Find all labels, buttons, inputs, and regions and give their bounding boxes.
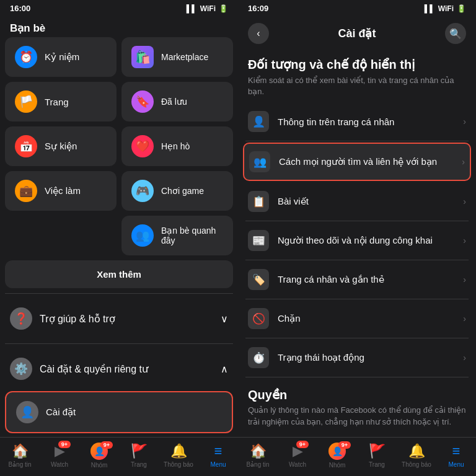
left-scroll: Bạn bè ⏰ Kỷ niệm 🏳️ Trang 📅 Sự kiện 💼 <box>0 17 238 437</box>
cach-moi-icon: 👥 <box>249 151 270 172</box>
menu-item-marketplace[interactable]: 🛍️ Marketplace <box>121 37 233 77</box>
settings-item-thong-tin[interactable]: 👤 Thông tin trên trang cá nhân › <box>245 102 469 141</box>
tab-trang-left[interactable]: 🚩 Trang <box>119 443 159 468</box>
trang-ca-nhan-icon: 🏷️ <box>248 269 269 290</box>
section-label: Bạn bè <box>5 17 233 37</box>
su-kien-label: Sự kiện <box>45 141 77 152</box>
cai-dat-item[interactable]: 👤 Cài đặt <box>5 391 233 433</box>
watch-badge: 9+ <box>58 441 71 448</box>
trang-thai-chevron: › <box>463 353 466 363</box>
section1-header: Đối tượng và chế độ hiển thị Kiểm soát a… <box>245 49 469 100</box>
tab-menu-left[interactable]: ≡ Menu <box>198 443 238 468</box>
hen-ho-icon: ❤️ <box>131 135 154 157</box>
menu-item-ban-be-quanh[interactable]: 👥 Bạn bè quanh đây <box>121 216 233 255</box>
cai-dat-quyen-label: Cài đặt & quyền riêng tư <box>40 363 148 375</box>
tab-menu-right[interactable]: ≡ Menu <box>436 443 476 468</box>
back-button[interactable]: ‹ <box>248 23 269 44</box>
menu-item-su-kien[interactable]: 📅 Sự kiện <box>5 126 117 166</box>
trang-tab-label: Trang <box>131 461 147 468</box>
tro-giup-label: Trợ giúp & hỗ trợ <box>40 313 115 325</box>
header-title: Cài đặt <box>269 27 445 40</box>
time-right: 16:09 <box>248 4 268 13</box>
tro-giup-chevron: ∨ <box>221 313 228 325</box>
nhom-label: Nhóm <box>91 462 108 469</box>
section1-subtitle: Kiểm soát ai có thể xem bài viết, tin và… <box>248 75 466 97</box>
bai-viet-chevron: › <box>463 196 466 206</box>
signal-right-icon: ▌▌ <box>425 4 435 13</box>
section1-title: Đối tượng và chế độ hiển thị <box>248 56 466 73</box>
cai-dat-quyen-chevron: ∧ <box>221 363 228 375</box>
tab-nhom-left[interactable]: 👤 9+ Nhóm <box>79 443 119 469</box>
thong-bao-r-icon: 🔔 <box>408 443 425 459</box>
status-icons-right: ▌▌ WiFi 🔋 <box>425 4 466 13</box>
tab-thong-bao-left[interactable]: 🔔 Thông báo <box>159 443 198 468</box>
menu-label: Menu <box>210 461 226 468</box>
trang-tab-icon: 🚩 <box>131 443 148 459</box>
thong-tin-chevron: › <box>463 117 466 126</box>
cach-moi-chevron: › <box>462 157 465 167</box>
menu-item-viec-lam[interactable]: 💼 Việc làm <box>5 171 117 211</box>
section2-title: Quyền <box>245 377 469 405</box>
bai-viet-text: Bài viết <box>278 196 454 207</box>
nguoi-theo-doi-text: Người theo dõi và nội dung công khai <box>278 235 454 246</box>
tab-nhom-right[interactable]: 👤 9+ Nhóm <box>317 443 357 469</box>
tab-bang-tin-left[interactable]: 🏠 Bảng tin <box>0 443 40 468</box>
tro-giup-icon: ❓ <box>10 307 32 330</box>
menu-r-icon: ≡ <box>452 443 461 459</box>
nguoi-theo-doi-icon: 📰 <box>248 230 269 251</box>
menu-item-hen-ho[interactable]: ❤️ Hẹn hò <box>121 126 233 166</box>
menu-item-ky-niem[interactable]: ⏰ Kỷ niệm <box>5 37 117 77</box>
tab-bang-tin-right[interactable]: 🏠 Bảng tin <box>238 443 278 468</box>
thong-bao-label: Thông báo <box>164 461 193 468</box>
battery-right-icon: 🔋 <box>457 4 466 13</box>
su-kien-icon: 📅 <box>15 135 37 157</box>
nguoi-theo-doi-chevron: › <box>463 236 466 245</box>
menu-item-trang[interactable]: 🏳️ Trang <box>5 82 117 121</box>
thong-bao-r-label: Thông báo <box>402 461 431 468</box>
ky-niem-icon: ⏰ <box>15 46 37 68</box>
choi-game-label: Chơi game <box>161 186 204 196</box>
trang-r-icon: 🚩 <box>369 443 386 459</box>
da-luu-icon: 🔖 <box>131 90 154 113</box>
marketplace-label: Marketplace <box>161 52 208 62</box>
cai-dat-quyen-accordion[interactable]: ⚙️ Cài đặt & quyền riêng tư ∧ <box>5 349 233 389</box>
marketplace-icon: 🛍️ <box>131 46 154 68</box>
wifi-right-icon: WiFi <box>438 4 454 13</box>
xem-them-button[interactable]: Xem thêm <box>5 260 233 288</box>
signal-icon: ▌▌ <box>187 4 197 13</box>
menu-r-label: Menu <box>448 461 464 468</box>
settings-item-cach-moi[interactable]: 👥 Cách mọi người tìm và liên hệ với bạn … <box>243 143 471 181</box>
settings-item-chan[interactable]: 🚫 Chặn › <box>245 299 469 338</box>
menu-item-da-luu[interactable]: 🔖 Đã lưu <box>121 82 233 121</box>
nhom-r-badge: 9+ <box>338 441 351 449</box>
viec-lam-label: Việc làm <box>45 185 81 196</box>
bai-viet-icon: 📋 <box>248 191 269 212</box>
tab-bar-right: 🏠 Bảng tin ▶ 9+ Watch 👤 9+ Nhóm 🚩 Trang … <box>238 437 476 476</box>
tab-trang-right[interactable]: 🚩 Trang <box>357 443 397 468</box>
search-button[interactable]: 🔍 <box>445 23 466 44</box>
back-icon: ‹ <box>257 28 260 39</box>
cach-moi-text: Cách mọi người tìm và liên hệ với bạn <box>279 156 453 167</box>
tab-watch-right[interactable]: ▶ 9+ Watch <box>278 443 317 468</box>
battery-icon: 🔋 <box>219 4 228 13</box>
hen-ho-label: Hẹn hò <box>161 141 190 151</box>
settings-item-trang-thai[interactable]: ⏱️ Trạng thái hoạt động › <box>245 338 469 377</box>
status-icons-left: ▌▌ WiFi 🔋 <box>187 4 228 13</box>
chan-text: Chặn <box>278 313 454 324</box>
wifi-icon: WiFi <box>200 4 216 13</box>
tro-giup-accordion[interactable]: ❓ Trợ giúp & hỗ trợ ∨ <box>5 299 233 338</box>
settings-item-nguoi-theo-doi[interactable]: 📰 Người theo dõi và nội dung công khai › <box>245 221 469 260</box>
ky-niem-label: Kỷ niệm <box>45 51 79 63</box>
tab-watch-left[interactable]: ▶ 9+ Watch <box>40 443 79 468</box>
menu-icon: ≡ <box>214 443 223 459</box>
chan-icon: 🚫 <box>248 308 269 329</box>
da-luu-label: Đã lưu <box>161 97 187 107</box>
cai-dat-quyen-left: ⚙️ Cài đặt & quyền riêng tư <box>10 358 148 380</box>
right-panel: 16:09 ▌▌ WiFi 🔋 ‹ Cài đặt 🔍 Đối tượng và… <box>238 0 476 476</box>
menu-item-choi-game[interactable]: 🎮 Chơi game <box>121 171 233 211</box>
settings-item-bai-viet[interactable]: 📋 Bài viết › <box>245 182 469 221</box>
tab-thong-bao-right[interactable]: 🔔 Thông báo <box>397 443 436 468</box>
ban-be-quanh-icon: 👥 <box>131 224 154 247</box>
settings-item-trang-ca-nhan[interactable]: 🏷️ Trang cá nhân và gắn thẻ › <box>245 260 469 299</box>
thong-tin-icon: 👤 <box>248 111 269 132</box>
